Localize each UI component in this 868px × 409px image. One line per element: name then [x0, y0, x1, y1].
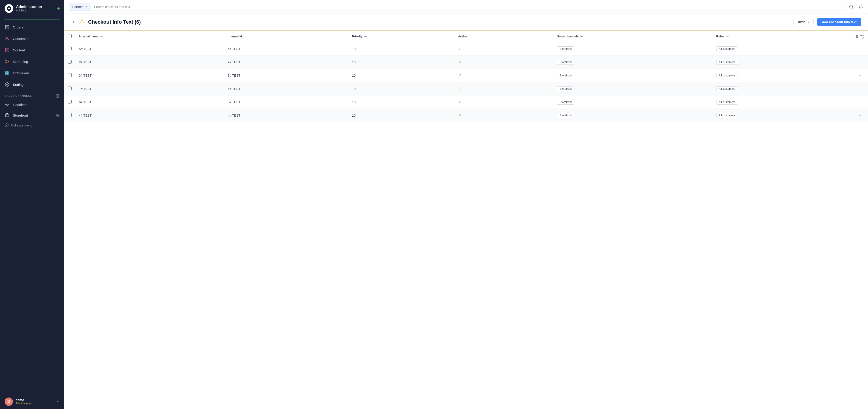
row-priority-0: 10 — [348, 42, 455, 56]
row-actions-2: ··· — [850, 69, 868, 82]
svg-point-22 — [850, 5, 852, 8]
topbar-icons — [849, 4, 863, 9]
eye-icon[interactable] — [56, 114, 60, 117]
col-rules: Rules ··· — [713, 31, 850, 42]
rules-badge-1: All customers — [716, 60, 738, 65]
language-selector[interactable]: Dutch — [794, 18, 814, 26]
row-actions-4: ··· — [850, 95, 868, 109]
row-more-button-1[interactable]: ··· — [857, 59, 864, 65]
row-sales-channel-2: Storefront — [553, 69, 712, 82]
row-sales-channel-3: Storefront — [553, 82, 712, 95]
row-checkbox-2[interactable] — [68, 73, 72, 77]
sales-channel-badge-0: Storefront — [557, 46, 574, 52]
row-more-button-4[interactable]: ··· — [857, 99, 864, 105]
sales-channel-badge-3: Storefront — [557, 86, 574, 91]
sidebar-item-customers[interactable]: Customers — [0, 33, 64, 44]
settings-icon — [5, 82, 10, 87]
warning-icon — [80, 20, 85, 25]
sales-channel-badge-4: Storefront — [557, 100, 574, 105]
sidebar-item-settings-label: Settings — [13, 83, 25, 87]
svg-rect-10 — [5, 71, 7, 73]
sidebar-divider — [4, 19, 60, 20]
row-checkbox-5[interactable] — [68, 113, 72, 117]
sidebar-item-headless-label: Headless — [13, 103, 27, 107]
back-button[interactable] — [71, 20, 76, 24]
rules-col-options[interactable]: ··· — [726, 34, 729, 38]
search-input[interactable] — [91, 3, 845, 11]
main-content: Partner Checkout Info Text (6) Dutch Add… — [64, 0, 868, 409]
row-active-0: ✓ — [455, 42, 553, 56]
svg-point-14 — [7, 84, 8, 85]
row-internal-name-4: 6# TEST — [75, 95, 224, 109]
row-actions-5: ··· — [850, 109, 868, 122]
row-more-button-2[interactable]: ··· — [857, 72, 864, 79]
collapse-menu-label: Collapse menu — [11, 124, 32, 127]
sidebar-item-marketing[interactable]: Marketing — [0, 56, 64, 67]
add-sales-channel-icon[interactable] — [56, 94, 60, 98]
row-rules-0: All customers — [713, 42, 850, 56]
table-row: 6# TEST 6# TEST 10 ✓ Storefront All cust… — [64, 95, 868, 109]
svg-marker-9 — [5, 60, 9, 63]
rules-badge-0: All customers — [716, 46, 738, 52]
table-container: Internal name ··· Internal id ··· Priori… — [64, 31, 868, 409]
user-name: demo — [16, 398, 32, 402]
priority-col-options[interactable]: ··· — [364, 34, 367, 38]
sidebar-item-content[interactable]: Content — [0, 44, 64, 56]
row-internal-id-1: 2# TEST — [224, 56, 348, 69]
row-checkbox-1[interactable] — [68, 60, 72, 64]
marketing-icon — [5, 59, 10, 64]
row-priority-4: 10 — [348, 95, 455, 109]
active-checkmark-2: ✓ — [458, 73, 462, 78]
col-active: Active ··· — [455, 31, 553, 42]
checkout-info-table: Internal name ··· Internal id ··· Priori… — [64, 31, 868, 122]
list-view-icon[interactable] — [854, 34, 858, 38]
sales-channel-badge-1: Storefront — [557, 60, 574, 65]
internal-name-col-options[interactable]: ··· — [100, 34, 103, 38]
sidebar: Administration 6.4.10.1 Orders Customers… — [0, 0, 64, 409]
sidebar-item-extensions[interactable]: Extensions — [0, 67, 64, 79]
svg-point-20 — [57, 115, 58, 116]
partner-button[interactable]: Partner — [69, 3, 91, 11]
partner-label: Partner — [72, 5, 83, 9]
row-checkbox-0[interactable] — [68, 46, 72, 50]
sales-channels-col-options[interactable]: ··· — [580, 34, 583, 38]
table-row: 4# TEST 4# TEST 10 ✓ Storefront All cust… — [64, 109, 868, 122]
search-icon[interactable] — [849, 4, 854, 9]
row-rules-1: All customers — [713, 56, 850, 69]
row-actions-0: ··· — [850, 42, 868, 56]
extensions-icon — [5, 70, 10, 75]
user-info: demo Administrator — [16, 398, 32, 405]
active-checkmark-5: ✓ — [458, 113, 462, 118]
row-more-button-3[interactable]: ··· — [857, 85, 864, 92]
col-internal-id: Internal id ··· — [224, 31, 348, 42]
add-checkout-info-button[interactable]: Add checkout info text — [817, 18, 861, 26]
sidebar-item-storefront[interactable]: Storefront — [0, 110, 64, 121]
row-active-3: ✓ — [455, 82, 553, 95]
headless-icon — [5, 102, 10, 107]
active-col-options[interactable]: ··· — [468, 34, 471, 38]
select-all-checkbox[interactable] — [68, 34, 72, 38]
logo-text: Administration 6.4.10.1 — [16, 5, 42, 12]
orders-icon — [5, 25, 10, 30]
row-checkbox-3[interactable] — [68, 87, 72, 90]
sidebar-item-orders[interactable]: Orders — [0, 21, 64, 33]
user-role: Administrator — [16, 402, 32, 405]
collapse-menu-item[interactable]: Collapse menu — [0, 121, 64, 130]
row-internal-name-3: 1# TEST — [75, 82, 224, 95]
row-more-button-5[interactable]: ··· — [857, 112, 864, 119]
svg-point-4 — [6, 37, 8, 38]
row-more-button-0[interactable]: ··· — [857, 45, 864, 52]
user-menu-chevron[interactable] — [56, 400, 60, 404]
row-checkbox-cell — [64, 82, 75, 95]
col-priority: Priority ··· — [348, 31, 455, 42]
page-title: Checkout Info Text (6) — [88, 19, 790, 25]
row-checkbox-4[interactable] — [68, 100, 72, 103]
sidebar-item-settings[interactable]: Settings — [0, 79, 64, 90]
row-checkbox-cell — [64, 109, 75, 122]
refresh-icon[interactable] — [860, 34, 864, 38]
sidebar-item-headless[interactable]: Headless — [0, 99, 64, 110]
page-header: Checkout Info Text (6) Dutch Add checkou… — [64, 14, 868, 31]
internal-id-col-options[interactable]: ··· — [243, 34, 246, 38]
notification-bell-icon[interactable] — [858, 4, 863, 9]
col-actions — [850, 31, 868, 42]
